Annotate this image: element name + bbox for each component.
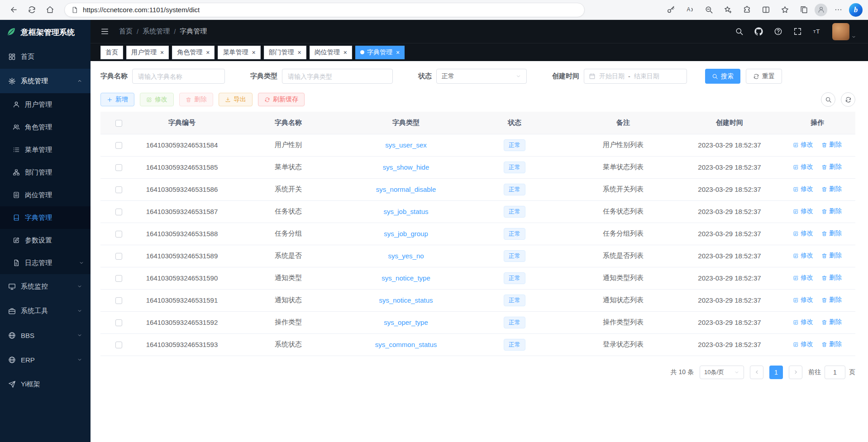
tab-岗位管理[interactable]: 岗位管理× — [310, 46, 352, 59]
bing-icon[interactable]: b — [849, 3, 863, 17]
page-size-select[interactable]: 10条/页 — [700, 366, 744, 379]
favorite-add-icon[interactable] — [720, 2, 736, 18]
row-edit-button[interactable]: 修改 — [793, 229, 813, 238]
more-icon[interactable] — [830, 2, 846, 18]
tab-用户管理[interactable]: 用户管理× — [126, 46, 169, 59]
row-delete-button[interactable]: 删除 — [821, 141, 842, 149]
breadcrumb-item[interactable]: 系统管理 — [143, 27, 170, 36]
row-checkbox[interactable] — [115, 253, 122, 260]
row-edit-button[interactable]: 修改 — [793, 185, 813, 193]
sidebar-item-角色管理[interactable]: 角色管理 — [0, 116, 91, 138]
row-checkbox[interactable] — [115, 142, 122, 149]
sidebar-item-日志管理[interactable]: 日志管理 — [0, 252, 91, 274]
dict-type-link[interactable]: sys_job_group — [384, 230, 428, 238]
sidebar-item-参数设置[interactable]: 参数设置 — [0, 229, 91, 252]
read-aloud-icon[interactable]: A — [682, 2, 698, 18]
row-checkbox[interactable] — [115, 164, 122, 171]
刷新缓存-button[interactable]: 刷新缓存 — [258, 93, 305, 106]
prev-page-button[interactable] — [750, 366, 763, 379]
browser-profile-icon[interactable] — [815, 4, 827, 16]
新增-button[interactable]: 新增 — [100, 93, 134, 106]
search-icon[interactable] — [735, 27, 744, 36]
tab-菜单管理[interactable]: 菜单管理× — [218, 46, 260, 59]
sidebar-item-首页[interactable]: 首页 — [0, 44, 91, 69]
refresh-table-button[interactable] — [841, 92, 855, 107]
sidebar-item-部门管理[interactable]: 部门管理 — [0, 161, 91, 184]
row-checkbox[interactable] — [115, 275, 122, 282]
row-delete-button[interactable]: 删除 — [821, 163, 842, 171]
row-checkbox[interactable] — [115, 209, 122, 215]
dict-type-link[interactable]: sys_notice_status — [379, 296, 433, 304]
search-button[interactable]: 搜索 — [705, 69, 740, 84]
dict-type-input[interactable] — [282, 69, 393, 84]
zoom-out-icon[interactable] — [701, 2, 717, 18]
browser-refresh-icon[interactable] — [24, 2, 40, 18]
dict-type-link[interactable]: sys_yes_no — [388, 252, 424, 260]
sidebar-item-岗位管理[interactable]: 岗位管理 — [0, 184, 91, 206]
collections-icon[interactable] — [796, 2, 812, 18]
sidebar-item-系统工具[interactable]: 系统工具 — [0, 299, 91, 323]
row-edit-button[interactable]: 修改 — [793, 252, 813, 260]
row-checkbox[interactable] — [115, 342, 122, 348]
fullscreen-icon[interactable] — [793, 27, 802, 36]
dict-type-link[interactable]: sys_show_hide — [383, 163, 429, 171]
sidebar-item-Yi框架[interactable]: Yi框架 — [0, 372, 91, 396]
url-text[interactable]: https://ccnetcore.com:1101/system/dict — [83, 6, 200, 14]
user-avatar[interactable] — [832, 23, 849, 40]
close-icon[interactable]: × — [298, 49, 301, 56]
close-icon[interactable]: × — [396, 49, 400, 56]
dict-type-link[interactable]: sys_oper_type — [384, 318, 428, 326]
row-edit-button[interactable]: 修改 — [793, 207, 813, 215]
row-delete-button[interactable]: 删除 — [821, 318, 842, 326]
删除-button[interactable]: 删除 — [179, 93, 213, 106]
row-edit-button[interactable]: 修改 — [793, 340, 813, 348]
close-icon[interactable]: × — [206, 49, 210, 56]
page-number-button[interactable]: 1 — [769, 366, 783, 379]
status-select[interactable]: 正常 — [436, 69, 527, 84]
row-edit-button[interactable]: 修改 — [793, 163, 813, 171]
app-logo[interactable]: 意框架管理系统 — [0, 20, 91, 44]
tab-角色管理[interactable]: 角色管理× — [172, 46, 215, 59]
user-menu[interactable] — [832, 23, 856, 40]
row-delete-button[interactable]: 删除 — [821, 296, 842, 304]
tab-首页[interactable]: 首页 — [100, 46, 123, 59]
row-checkbox[interactable] — [115, 186, 122, 193]
sidebar-item-BBS[interactable]: BBS — [0, 323, 91, 347]
dict-type-link[interactable]: sys_job_status — [383, 208, 428, 215]
tab-部门管理[interactable]: 部门管理× — [264, 46, 306, 59]
dict-type-link[interactable]: sys_notice_type — [382, 274, 430, 282]
extensions-icon[interactable] — [739, 2, 755, 18]
split-screen-icon[interactable] — [758, 2, 774, 18]
导出-button[interactable]: 导出 — [219, 93, 253, 106]
close-icon[interactable]: × — [160, 49, 164, 56]
address-bar[interactable]: https://ccnetcore.com:1101/system/dict — [64, 3, 585, 17]
sidebar-item-菜单管理[interactable]: 菜单管理 — [0, 138, 91, 161]
row-checkbox[interactable] — [115, 231, 122, 238]
help-icon[interactable] — [774, 27, 782, 36]
select-all-checkbox[interactable] — [115, 120, 122, 127]
favorites-icon[interactable] — [777, 2, 793, 18]
修改-button[interactable]: 修改 — [140, 93, 174, 106]
row-delete-button[interactable]: 删除 — [821, 252, 842, 260]
hamburger-icon[interactable] — [100, 27, 109, 36]
next-page-button[interactable] — [789, 366, 802, 379]
row-delete-button[interactable]: 删除 — [821, 229, 842, 238]
page-info-icon[interactable] — [71, 6, 78, 14]
row-delete-button[interactable]: 删除 — [821, 207, 842, 215]
row-delete-button[interactable]: 删除 — [821, 185, 842, 193]
sidebar-item-ERP[interactable]: ERP — [0, 347, 91, 372]
row-checkbox[interactable] — [115, 297, 122, 304]
dict-name-input[interactable] — [132, 69, 225, 84]
row-edit-button[interactable]: 修改 — [793, 318, 813, 326]
github-icon[interactable] — [754, 27, 763, 36]
goto-page-input[interactable] — [825, 366, 845, 379]
row-delete-button[interactable]: 删除 — [821, 274, 842, 282]
dict-type-link[interactable]: sys_common_status — [375, 341, 437, 348]
font-size-icon[interactable]: TT — [813, 27, 821, 36]
row-delete-button[interactable]: 删除 — [821, 340, 842, 348]
dict-type-link[interactable]: sys_normal_disable — [376, 185, 436, 193]
toggle-search-button[interactable] — [821, 92, 835, 107]
sidebar-item-系统监控[interactable]: 系统监控 — [0, 274, 91, 299]
sidebar-item-系统管理[interactable]: 系统管理 — [0, 69, 91, 93]
sidebar-item-用户管理[interactable]: 用户管理 — [0, 93, 91, 116]
